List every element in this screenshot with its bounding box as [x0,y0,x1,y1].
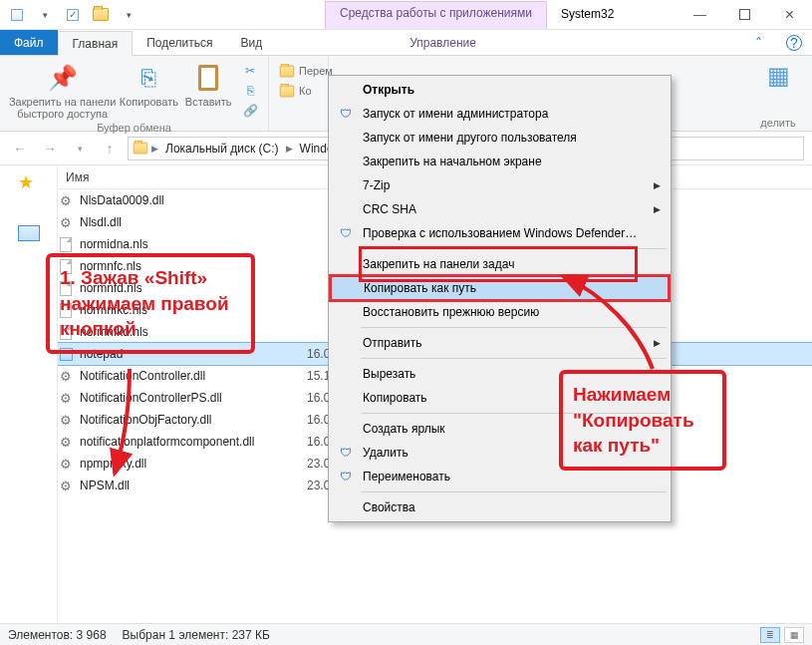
chevron-right-icon[interactable]: ▶ [285,144,294,154]
menu-item[interactable]: 🛡Переименовать [331,465,669,488]
close-button[interactable]: × [767,0,812,29]
menu-item-label: CRC SHA [363,202,416,216]
chevron-right-icon[interactable]: ▶ [150,144,159,154]
qat-properties-icon[interactable] [4,4,30,26]
file-icon [58,324,74,340]
contextual-tab[interactable]: Средства работы с приложениями [325,1,547,29]
scissors-icon: ✂ [242,63,258,79]
menu-item[interactable]: Запуск от имени другого пользователя [331,126,669,150]
shield-icon: 🛡 [337,444,355,462]
qat-overflow-icon[interactable]: ▾ [116,4,141,26]
file-name: npmproxy.dll [80,457,146,471]
file-name: NotificationController.dll [80,369,205,383]
view-details-button[interactable]: ≣ [760,627,780,643]
up-button[interactable]: ↑ [98,137,122,161]
status-selected: Выбран 1 элемент: 237 КБ [123,628,270,642]
menu-item[interactable]: Закрепить на начальном экране [331,150,669,173]
paste-link-btn[interactable]: 🔗 [240,102,260,120]
menu-item-label: Отправить [363,336,422,350]
dll-icon: ⚙ [58,214,74,230]
menu-item-label: Запуск от имени администратора [363,107,548,121]
col-name[interactable]: Имя [58,170,307,184]
menu-item-label: Свойства [363,500,415,514]
paste-icon [192,62,224,94]
qat-folder-icon[interactable] [88,4,114,26]
file-name: normnfkc.nls [80,303,147,317]
file-name: notificationplatformcomponent.dll [80,435,254,449]
menu-item[interactable]: Копировать как путь [331,276,669,300]
move-to-btn[interactable]: Перем [277,62,335,80]
quick-access-icon[interactable]: ★ [18,171,40,189]
group-clipboard-label: Буфер обмена [8,120,260,134]
menu-item[interactable]: 🛡Проверка с использованием Windows Defen… [331,221,669,245]
tab-share[interactable]: Поделиться [133,30,226,55]
view-icons-button[interactable]: ▦ [784,627,804,643]
file-name: NlsData0009.dll [80,193,164,207]
file-name: normnfkd.nls [80,325,148,339]
menu-separator [361,491,667,492]
moveto-icon [279,63,295,79]
file-name: NPSM.dll [80,479,130,492]
menu-item[interactable]: Отправить [331,331,669,355]
dll-icon: ⚙ [58,434,74,450]
qat-checkbox-icon[interactable]: ✓ [60,4,86,26]
window-title: System32 [547,1,628,29]
menu-item[interactable]: Копировать [331,386,669,410]
this-pc-icon[interactable] [18,225,40,243]
minimize-button[interactable]: — [677,0,722,29]
back-button[interactable]: ← [8,137,32,161]
recent-button[interactable]: ▾ [68,137,92,161]
menu-item[interactable]: 7-Zip [331,173,669,197]
file-name: normnfc.nls [80,259,141,273]
copy-button[interactable]: ⎘ Копировать [121,60,176,108]
pin-quick-access-button[interactable]: 📌 Закрепить на панели быстрого доступа [8,60,117,120]
menu-item[interactable]: CRC SHA [331,197,669,221]
pin-icon: 📌 [47,62,79,94]
title-bar: ▾ ✓ ▾ Средства работы с приложениями Sys… [0,0,812,30]
paste-button[interactable]: Вставить [180,60,236,108]
menu-separator [361,248,667,249]
copy-path-btn[interactable]: ⎘ [240,82,260,100]
menu-item-label: Закрепить на начальном экране [363,155,542,168]
menu-item[interactable]: 🛡Удалить [331,441,669,465]
addr-drive-icon [134,143,147,155]
ribbon-collapse-icon[interactable]: ˄ [740,30,776,55]
menu-separator [361,358,667,359]
tab-view[interactable]: Вид [226,30,276,55]
dll-icon: ⚙ [58,412,74,428]
shield-icon: 🛡 [337,468,355,485]
menu-item[interactable]: Открыть [331,78,669,102]
menu-item[interactable]: 🛡Запуск от имени администратора [331,102,669,126]
menu-item[interactable]: Вырезать [331,362,669,386]
file-name: Nlsdl.dll [80,215,122,229]
tab-manage[interactable]: Управление [396,30,490,55]
cut-btn[interactable]: ✂ [240,62,260,80]
copy-to-btn[interactable]: Ко [277,82,335,100]
context-menu: Открыть🛡Запуск от имени администратораЗа… [328,75,672,522]
dll-icon: ⚙ [58,368,74,384]
menu-item[interactable]: Свойства [331,495,669,519]
menu-item-label: 7-Zip [363,178,390,192]
crumb-drive[interactable]: Локальный диск (C:) [161,140,283,158]
contextual-tab-strip: Средства работы с приложениями System32 [145,0,677,29]
tab-home[interactable]: Главная [58,31,134,56]
menu-item-label: Закрепить на панели задач [363,257,514,271]
tab-file[interactable]: Файл [0,30,58,55]
menu-item[interactable]: Восстановить прежнюю версию [331,300,669,324]
navigation-pane[interactable]: ★ [0,165,58,623]
dll-icon: ⚙ [58,192,74,208]
dll-icon: ⚙ [58,478,74,493]
file-icon [58,236,74,252]
forward-button[interactable]: → [38,137,62,161]
file-name: NotificationControllerPS.dll [80,391,222,405]
maximize-button[interactable] [722,0,767,29]
menu-item[interactable]: Закрепить на панели задач [331,252,669,276]
qat-caret-icon[interactable]: ▾ [32,4,58,26]
menu-item-label: Проверка с использованием Windows Defend… [363,226,637,240]
help-icon[interactable]: ? [786,35,802,51]
file-icon [58,302,74,318]
menu-item[interactable]: Создать ярлык [331,417,669,441]
select-icon[interactable]: ▦ [762,60,794,92]
file-name: normidna.nls [80,237,148,251]
shield-icon: 🛡 [337,105,355,123]
